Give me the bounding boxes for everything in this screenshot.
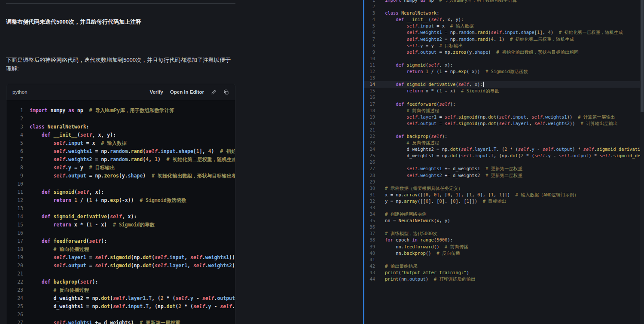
code-line-19[interactable]: 19 self.layer1 = self.sigmoid(np.dot(sel… bbox=[364, 114, 640, 120]
line-number: 1 bbox=[364, 0, 375, 3]
code-line-1[interactable]: 1import numpy as np # 导入NumPy库，用于数组和数学计算 bbox=[364, 0, 640, 3]
line-number: 13 bbox=[364, 75, 375, 81]
code-line-7: 7 self.weights2 = np.random.rand(4, 1) #… bbox=[6, 156, 235, 164]
code-text: nn.feedforward() # 前向传播 bbox=[375, 244, 640, 250]
chat-code-block: python Verify Open In Editor 1import num… bbox=[6, 84, 235, 324]
code-line-43[interactable]: 43print("Output after training:") bbox=[364, 269, 640, 276]
code-line-14[interactable]: 14 def sigmoid_derivative(self, x): bbox=[364, 81, 640, 88]
line-number: 6 bbox=[6, 147, 23, 156]
line-number: 36 bbox=[364, 224, 375, 230]
code-line-25[interactable]: 25 d_weights1 = np.dot(self.input.T, (np… bbox=[364, 153, 640, 159]
code-line-35[interactable]: 35nn = NeuralNetwork(x, y) bbox=[364, 217, 640, 224]
code-text: # 反向传播过程 bbox=[23, 286, 235, 294]
code-line-27[interactable]: 27 self.weights1 += d_weights1 # 更新第一层权重 bbox=[364, 165, 640, 172]
line-number: 4 bbox=[364, 16, 375, 23]
scrollbar-thumb[interactable] bbox=[641, 0, 644, 112]
code-line-36[interactable]: 36 bbox=[364, 224, 640, 230]
open-in-editor-button[interactable]: Open In Editor bbox=[170, 89, 204, 95]
code-line-15[interactable]: 15 return x * (1 - x) # Sigmoid的导数 bbox=[364, 88, 640, 94]
line-number: 31 bbox=[364, 192, 375, 198]
chat-message-column: 调整右侧代码未迭代5000次，并且给每行代码加上注释 下面是调整后的神经网络代码… bbox=[6, 0, 235, 324]
code-line-34[interactable]: 34# 创建神经网络实例 bbox=[364, 211, 640, 217]
line-number: 24 bbox=[6, 294, 23, 303]
code-line-33[interactable]: 33 bbox=[364, 205, 640, 211]
code-line-44[interactable]: 44print(nn.output) # 打印训练后的输出 bbox=[364, 276, 640, 282]
scrollbar-track[interactable] bbox=[640, 0, 644, 324]
line-number: 34 bbox=[364, 211, 375, 217]
code-line-2: 2 bbox=[6, 115, 235, 123]
code-line-17[interactable]: 17 def feedforward(self): bbox=[364, 101, 640, 107]
line-number: 23 bbox=[364, 140, 375, 146]
line-number: 29 bbox=[364, 179, 375, 185]
code-line-27: 27 self.weights1 += d_weights1 # 更新第一层权重 bbox=[6, 319, 235, 324]
line-number: 15 bbox=[364, 88, 375, 94]
code-line-21[interactable]: 21 bbox=[364, 127, 640, 133]
code-line-12[interactable]: 12 return 1 / (1 + np.exp(-x)) # Sigmoid… bbox=[364, 68, 640, 75]
code-line-40[interactable]: 40 nn.backprop() # 反向传播 bbox=[364, 250, 640, 257]
line-number: 3 bbox=[364, 10, 375, 16]
line-number: 19 bbox=[364, 114, 375, 120]
code-line-7[interactable]: 7 self.weights2 = np.random.rand(4, 1) #… bbox=[364, 36, 640, 43]
code-text: self.layer1 = self.sigmoid(np.dot(self.i… bbox=[23, 254, 235, 262]
code-text: print("Output after training:") bbox=[375, 269, 640, 276]
code-line-11[interactable]: 11 def sigmoid(self, x): bbox=[364, 62, 640, 68]
code-line-18[interactable]: 18 # 前向传播过程 bbox=[364, 107, 640, 114]
code-line-5: 5 self.input = x # 输入数据 bbox=[6, 139, 235, 147]
code-line-38[interactable]: 38for epoch in range(5000): bbox=[364, 237, 640, 243]
code-line-26[interactable]: 26 bbox=[364, 159, 640, 165]
code-line-24[interactable]: 24 d_weights2 = np.dot(self.layer1.T, (2… bbox=[364, 146, 640, 153]
code-line-5[interactable]: 5 self.input = x # 输入数据 bbox=[364, 23, 640, 29]
line-number: 43 bbox=[364, 269, 375, 276]
code-line-39[interactable]: 39 nn.feedforward() # 前向传播 bbox=[364, 244, 640, 250]
code-text: self.input = x # 输入数据 bbox=[375, 23, 640, 29]
edit-pencil-icon[interactable] bbox=[211, 89, 217, 95]
code-line-1: 1import numpy as np # 导入NumPy库，用于数组和数学计算 bbox=[6, 107, 235, 115]
code-line-2[interactable]: 2 bbox=[364, 3, 640, 10]
line-number: 22 bbox=[364, 133, 375, 140]
code-line-8[interactable]: 8 self.y = y # 目标输出 bbox=[364, 43, 640, 49]
line-number: 5 bbox=[6, 139, 23, 147]
code-line-41[interactable]: 41 bbox=[364, 257, 640, 263]
code-line-6[interactable]: 6 self.weights1 = np.random.rand(self.in… bbox=[364, 29, 640, 36]
line-number: 41 bbox=[364, 257, 375, 263]
code-line-37[interactable]: 37# 训练模型，迭代5000次 bbox=[364, 230, 640, 237]
line-number: 22 bbox=[6, 278, 23, 286]
code-text: def sigmoid_derivative(self, x): bbox=[375, 81, 640, 88]
code-line-4[interactable]: 4 def __init__(self, x, y): bbox=[364, 16, 640, 23]
code-line-28[interactable]: 28 self.weights2 += d_weights2 # 更新第二层权重 bbox=[364, 172, 640, 179]
code-line-31[interactable]: 31x = np.array([[0, 0], [0, 1], [1, 0], … bbox=[364, 192, 640, 198]
line-number: 2 bbox=[6, 115, 23, 123]
code-line-9[interactable]: 9 self.output = np.zeros(y.shape) # 初始化输… bbox=[364, 49, 640, 55]
code-line-32[interactable]: 32y = np.array([[0], [0], [0], [1]]) # 目… bbox=[364, 198, 640, 205]
code-text: def sigmoid(self, x): bbox=[375, 62, 640, 68]
code-text: print(nn.output) # 打印训练后的输出 bbox=[375, 276, 640, 282]
chat-panel: 调整右侧代码未迭代5000次，并且给每行代码加上注释 下面是调整后的神经网络代码… bbox=[0, 0, 363, 324]
code-block-actions: Verify Open In Editor bbox=[150, 89, 229, 95]
code-text: # 示例数据（需要根据具体任务定义） bbox=[375, 185, 640, 192]
code-line-10[interactable]: 10 bbox=[364, 55, 640, 62]
code-line-13[interactable]: 13 bbox=[364, 75, 640, 81]
verify-button[interactable]: Verify bbox=[150, 89, 163, 95]
code-text: def sigmoid(self, x): bbox=[23, 188, 235, 196]
code-line-22[interactable]: 22 def backprop(self): bbox=[364, 133, 640, 140]
copy-icon[interactable] bbox=[223, 89, 229, 95]
line-number: 18 bbox=[6, 245, 23, 254]
code-text: d_weights1 = np.dot(self.input.T, (np.do… bbox=[375, 153, 640, 159]
code-line-20[interactable]: 20 self.output = self.sigmoid(np.dot(sel… bbox=[364, 120, 640, 127]
line-number: 40 bbox=[364, 250, 375, 257]
code-text: self.weights1 = np.random.rand(self.inpu… bbox=[375, 29, 640, 36]
line-number: 7 bbox=[6, 156, 23, 164]
code-editor[interactable]: 1import numpy as np # 导入NumPy库，用于数组和数学计算… bbox=[364, 0, 640, 324]
line-number: 27 bbox=[364, 165, 375, 172]
code-block-header: python Verify Open In Editor bbox=[6, 84, 235, 100]
line-number: 15 bbox=[6, 221, 23, 229]
code-line-30[interactable]: 30# 示例数据（需要根据具体任务定义） bbox=[364, 185, 640, 192]
code-line-16[interactable]: 16 bbox=[364, 94, 640, 101]
code-line-23[interactable]: 23 # 反向传播过程 bbox=[364, 140, 640, 146]
code-line-29[interactable]: 29 bbox=[364, 179, 640, 185]
code-line-3[interactable]: 3class NeuralNetwork: bbox=[364, 10, 640, 16]
code-line-42[interactable]: 42# 输出最终结果 bbox=[364, 263, 640, 269]
line-number: 25 bbox=[6, 303, 23, 311]
code-text: return 1 / (1 + np.exp(-x)) # Sigmoid激活函… bbox=[23, 196, 235, 205]
line-number: 14 bbox=[364, 81, 375, 88]
